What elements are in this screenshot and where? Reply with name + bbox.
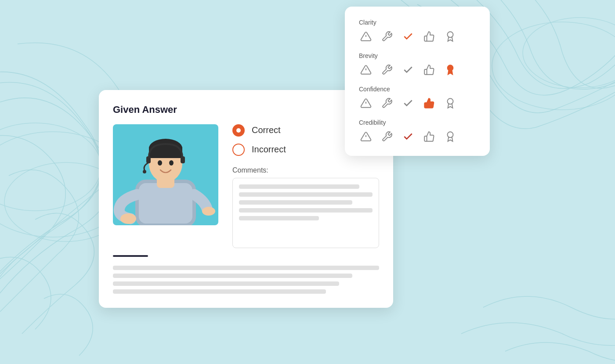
svg-point-20 xyxy=(448,32,453,37)
skeleton-line xyxy=(113,274,352,278)
warning-icon[interactable] xyxy=(359,96,373,110)
comments-label: Comments: xyxy=(232,166,379,174)
svg-rect-14 xyxy=(181,156,185,163)
skeleton-line xyxy=(239,208,373,213)
comments-box[interactable] xyxy=(232,178,379,248)
svg-point-12 xyxy=(169,160,174,166)
thumbsup-icon[interactable] xyxy=(422,63,436,77)
svg-point-11 xyxy=(158,160,162,166)
clarity-row: Clarity xyxy=(359,19,476,43)
credibility-icons xyxy=(359,130,476,144)
svg-point-4 xyxy=(523,18,615,88)
check-icon[interactable] xyxy=(401,63,415,77)
dark-underline xyxy=(113,255,148,257)
thumbsup-icon[interactable] xyxy=(422,96,436,110)
skeleton-line xyxy=(113,281,339,286)
wrench-icon[interactable] xyxy=(380,130,394,144)
skeleton-line xyxy=(113,266,379,270)
skeleton-line xyxy=(113,289,326,294)
person-image xyxy=(113,124,218,225)
check-icon[interactable] xyxy=(401,96,415,110)
clarity-icons xyxy=(359,29,476,43)
skeleton-line xyxy=(239,200,352,205)
svg-point-29 xyxy=(448,132,453,137)
correct-radio[interactable] xyxy=(232,124,245,137)
card-title: Given Answer xyxy=(113,104,379,115)
credibility-row: Credibility xyxy=(359,119,476,144)
clarity-label: Clarity xyxy=(359,19,476,26)
correct-label: Correct xyxy=(252,125,281,135)
svg-rect-13 xyxy=(146,156,151,163)
badge-icon[interactable] xyxy=(443,130,457,144)
skeleton-line xyxy=(239,192,373,197)
brevity-icons xyxy=(359,63,476,77)
wrench-icon[interactable] xyxy=(380,96,394,110)
warning-icon[interactable] xyxy=(359,130,373,144)
badge-icon[interactable] xyxy=(443,63,457,77)
credibility-label: Credibility xyxy=(359,119,476,126)
badge-icon[interactable] xyxy=(443,29,457,43)
confidence-row: Confidence xyxy=(359,86,476,110)
thumbsup-icon[interactable] xyxy=(422,29,436,43)
brevity-row: Brevity xyxy=(359,52,476,77)
check-icon[interactable] xyxy=(401,130,415,144)
metrics-card: Clarity xyxy=(345,7,490,156)
incorrect-radio[interactable] xyxy=(232,144,245,156)
svg-point-17 xyxy=(202,207,215,216)
skeleton-line xyxy=(239,184,359,189)
warning-icon[interactable] xyxy=(359,63,373,77)
confidence-label: Confidence xyxy=(359,86,476,93)
check-icon[interactable] xyxy=(401,29,415,43)
svg-point-1 xyxy=(0,123,101,211)
confidence-icons xyxy=(359,96,476,110)
svg-point-15 xyxy=(143,170,146,173)
svg-point-16 xyxy=(120,213,136,224)
skeleton-line xyxy=(239,216,319,220)
wrench-icon[interactable] xyxy=(380,29,394,43)
svg-rect-10 xyxy=(149,147,182,158)
badge-icon[interactable] xyxy=(443,96,457,110)
svg-point-23 xyxy=(448,65,453,71)
svg-point-26 xyxy=(448,98,453,104)
incorrect-label: Incorrect xyxy=(252,144,286,155)
content-lines xyxy=(113,255,379,294)
brevity-label: Brevity xyxy=(359,52,476,59)
warning-icon[interactable] xyxy=(359,29,373,43)
thumbsup-icon[interactable] xyxy=(422,130,436,144)
wrench-icon[interactable] xyxy=(380,63,394,77)
